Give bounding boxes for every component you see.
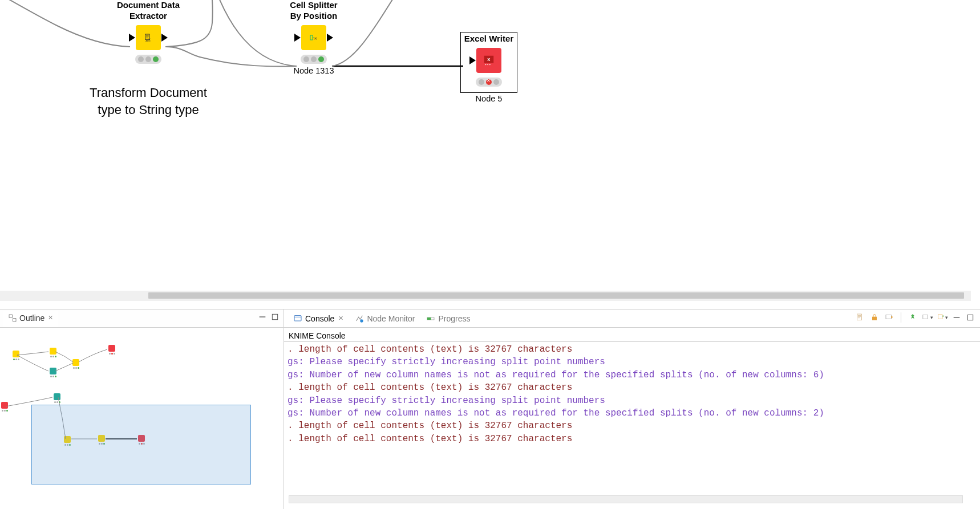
excel-icon: x (483, 54, 495, 67)
node-title: Cell Splitter By Position (271, 0, 357, 22)
minimize-button[interactable] (257, 312, 268, 321)
new-console-icon (937, 313, 945, 322)
console-scrollbar-horizontal[interactable] (289, 495, 963, 503)
node-annotation: Transform Document type to String type (83, 84, 214, 118)
status-traffic-light (476, 78, 502, 87)
svg-rect-19 (923, 315, 928, 319)
minimize-button[interactable] (951, 313, 962, 322)
open-console-dropdown[interactable]: ▾ (922, 312, 933, 323)
separator (901, 312, 901, 323)
minimize-icon (952, 313, 961, 322)
input-port[interactable] (294, 34, 301, 42)
svg-rect-12 (294, 315, 301, 320)
console-output[interactable]: . length of cell contents (text) is 3276… (284, 342, 980, 446)
input-port[interactable] (469, 56, 476, 64)
node-excel-writer[interactable]: Excel Writer x Node 5 (452, 32, 526, 103)
node-body[interactable]: x (476, 48, 501, 73)
svg-rect-10 (13, 318, 16, 321)
svg-text:[a]: [a] (314, 36, 317, 39)
tab-label: Node Monitor (367, 314, 415, 323)
node-title: Excel Writer (464, 34, 513, 44)
close-icon[interactable]: ✕ (338, 315, 343, 322)
minimize-icon (258, 312, 267, 321)
svg-point-7 (487, 64, 488, 65)
svg-rect-15 (427, 317, 431, 320)
tab-label: Console (305, 314, 334, 323)
workflow-canvas[interactable]: Document Data Extractor ABC Transform Do… (0, 0, 980, 291)
lock-icon (870, 313, 879, 322)
document-icon: ABC (144, 33, 153, 42)
minimap-viewport[interactable] (31, 405, 251, 484)
node-title: Document Data Extractor (97, 0, 200, 22)
display-icon (885, 313, 894, 322)
svg-point-6 (485, 64, 487, 65)
svg-rect-20 (938, 315, 943, 319)
pin-icon (908, 313, 917, 322)
scrollbar-thumb[interactable] (148, 292, 964, 299)
input-port[interactable] (129, 34, 135, 42)
tab-label: Progress (438, 314, 470, 323)
node-monitor-icon (355, 314, 364, 323)
node-cell-splitter[interactable]: Cell Splitter By Position [a] Node 1313 (271, 0, 357, 75)
canvas-scrollbar-horizontal[interactable] (0, 291, 971, 301)
tab-console[interactable]: Console ✕ (287, 311, 349, 326)
svg-point-13 (361, 319, 363, 322)
new-console-dropdown[interactable]: ▾ (937, 312, 948, 323)
tab-progress[interactable]: Progress (420, 311, 476, 326)
svg-rect-9 (9, 315, 12, 317)
outline-tabs: Outline ✕ (0, 310, 284, 328)
dropdown-icon (922, 313, 930, 322)
svg-rect-18 (886, 315, 891, 319)
clear-console-button[interactable] (854, 312, 865, 323)
outline-icon (8, 313, 17, 323)
svg-rect-2 (310, 35, 313, 40)
node-label: Node 1313 (271, 66, 357, 75)
outline-minimap[interactable] (0, 328, 284, 509)
outline-panel: Outline ✕ (0, 310, 284, 509)
output-port[interactable] (327, 34, 333, 42)
node-label: Node 5 (452, 94, 526, 103)
node-body[interactable]: [a] (301, 25, 326, 50)
svg-rect-17 (872, 317, 877, 320)
page-icon (855, 313, 864, 322)
tab-label: Outline (19, 313, 44, 323)
tab-node-monitor[interactable]: Node Monitor (349, 311, 420, 326)
progress-icon (426, 314, 435, 323)
maximize-button[interactable] (965, 313, 975, 322)
close-icon[interactable]: ✕ (48, 314, 53, 321)
svg-rect-11 (272, 314, 277, 319)
console-icon (293, 314, 302, 323)
status-traffic-light (301, 55, 327, 64)
status-traffic-light (135, 55, 161, 64)
display-console-button[interactable] (884, 312, 895, 323)
split-cell-icon: [a] (309, 33, 318, 42)
svg-rect-21 (967, 315, 973, 320)
output-port[interactable] (161, 34, 168, 42)
maximize-button[interactable] (270, 312, 280, 321)
svg-rect-16 (857, 314, 861, 320)
tab-outline[interactable]: Outline ✕ (3, 311, 58, 327)
console-title: KNIME Console (284, 328, 980, 342)
console-panel: Console ✕ Node Monitor Progress ▾ ▾ (284, 310, 980, 509)
svg-point-8 (489, 64, 491, 65)
scroll-lock-button[interactable] (869, 312, 880, 323)
maximize-icon (270, 312, 280, 321)
pin-button[interactable] (907, 312, 918, 323)
node-body[interactable]: ABC (136, 25, 161, 50)
maximize-icon (966, 313, 975, 322)
svg-text:ABC: ABC (145, 39, 150, 42)
node-document-data-extractor[interactable]: Document Data Extractor ABC (97, 0, 200, 66)
console-tabs: Console ✕ Node Monitor Progress ▾ ▾ (284, 310, 980, 328)
